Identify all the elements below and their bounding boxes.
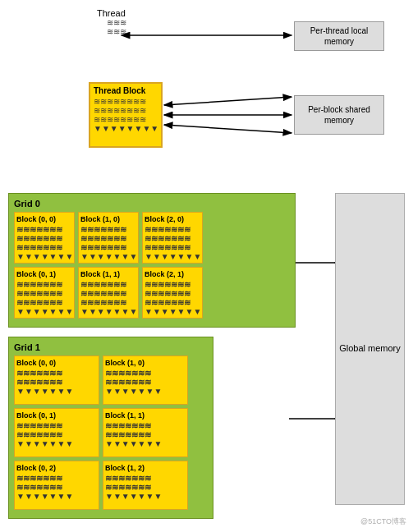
grid1-block-1-0: Block (1, 0) ≋≋≋≋≋≋≋ ≋≋≋≋≋≋≋ ▼▼▼▼▼▼▼ <box>103 355 188 405</box>
thread-label: Thread <box>97 8 126 18</box>
grid1-row1: Block (0, 0) ≋≋≋≋≋≋≋ ≋≋≋≋≋≋≋ ▼▼▼▼▼▼▼ Blo… <box>14 355 208 405</box>
thread-block-section: Thread Block ≋≋≋≋≋≋≋≋ ≋≋≋≋≋≋≋≋ ≋≋≋≋≋≋≋≋ … <box>89 82 163 148</box>
grid1-block-1-1: Block (1, 1) ≋≋≋≋≋≋≋ ≋≋≋≋≋≋≋ ▼▼▼▼▼▼▼ <box>103 408 188 457</box>
grid1-block-0-1: Block (0, 1) ≋≋≋≋≋≋≋ ≋≋≋≋≋≋≋ ▼▼▼▼▼▼▼ <box>14 408 99 457</box>
per-block-memory-box: Per-block shared memory <box>294 95 384 135</box>
watermark: @51CTO博客 <box>360 516 406 527</box>
thread-block-label: Thread Block <box>94 86 158 95</box>
global-memory-label: Global memory <box>339 342 401 355</box>
per-thread-memory-box: Per-thread local memory <box>294 21 384 51</box>
grid1-label: Grid 1 <box>14 342 208 352</box>
grid1-row3: Block (0, 2) ≋≋≋≋≋≋≋ ≋≋≋≋≋≋≋ ▼▼▼▼▼▼▼ Blo… <box>14 461 208 510</box>
grid0-label: Grid 0 <box>14 199 290 209</box>
per-block-memory-label: Per-block shared memory <box>308 104 370 126</box>
grid1-block-0-2: Block (0, 2) ≋≋≋≋≋≋≋ ≋≋≋≋≋≋≋ ▼▼▼▼▼▼▼ <box>14 461 99 510</box>
grid1-block-0-0: Block (0, 0) ≋≋≋≋≋≋≋ ≋≋≋≋≋≋≋ ▼▼▼▼▼▼▼ <box>14 355 99 405</box>
per-thread-memory-label: Per-thread local memory <box>310 25 369 47</box>
grid0-container: Grid 0 Block (0, 0) ≋≋≋≋≋≋≋ ≋≋≋≋≋≋≋ ≋≋≋≋… <box>8 193 296 328</box>
grid0-row2: Block (0, 1) ≋≋≋≋≋≋≋ ≋≋≋≋≋≋≋ ≋≋≋≋≋≋≋ ▼▼▼… <box>14 267 290 319</box>
grid1-block-1-2: Block (1, 2) ≋≋≋≋≋≋≋ ≋≋≋≋≋≋≋ ▼▼▼▼▼▼▼ <box>103 461 188 510</box>
global-memory-box: Global memory <box>335 193 405 505</box>
grid0-block-2-0: Block (2, 0) ≋≋≋≋≋≋≋ ≋≋≋≋≋≋≋ ≋≋≋≋≋≋≋ ▼▼▼… <box>142 212 203 264</box>
grid0-block-1-0: Block (1, 0) ≋≋≋≋≋≋≋ ≋≋≋≋≋≋≋ ≋≋≋≋≋≋≋ ▼▼▼… <box>78 212 139 264</box>
grid1-row2: Block (0, 1) ≋≋≋≋≋≋≋ ≋≋≋≋≋≋≋ ▼▼▼▼▼▼▼ Blo… <box>14 408 208 457</box>
grid0-block-0-1: Block (0, 1) ≋≋≋≋≋≋≋ ≋≋≋≋≋≋≋ ≋≋≋≋≋≋≋ ▼▼▼… <box>14 267 75 319</box>
grid0-block-0-0: Block (0, 0) ≋≋≋≋≋≋≋ ≋≋≋≋≋≋≋ ≋≋≋≋≋≋≋ ▼▼▼… <box>14 212 75 264</box>
grid0-block-1-1: Block (1, 1) ≋≋≋≋≋≋≋ ≋≋≋≋≋≋≋ ≋≋≋≋≋≋≋ ▼▼▼… <box>78 267 139 319</box>
grid1-container: Grid 1 Block (0, 0) ≋≋≋≋≋≋≋ ≋≋≋≋≋≋≋ ▼▼▼▼… <box>8 337 213 519</box>
diagram-container: Thread ≋≋≋ ≋≋≋ Per-thread local memory T… <box>0 0 413 532</box>
grid0-block-2-1: Block (2, 1) ≋≋≋≋≋≋≋ ≋≋≋≋≋≋≋ ≋≋≋≋≋≋≋ ▼▼▼… <box>142 267 203 319</box>
thread-icon: ≋≋≋ ≋≋≋ <box>107 18 126 36</box>
svg-line-1 <box>164 97 291 105</box>
svg-line-3 <box>164 125 291 133</box>
grid0-row1: Block (0, 0) ≋≋≋≋≋≋≋ ≋≋≋≋≋≋≋ ≋≋≋≋≋≋≋ ▼▼▼… <box>14 212 290 264</box>
